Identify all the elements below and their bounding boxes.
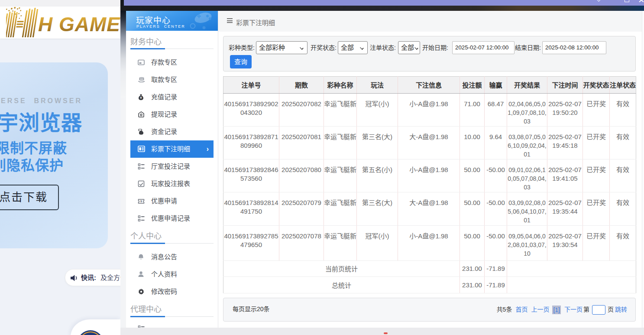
svg-text:H GAME: H GAME (38, 13, 120, 36)
svg-text:¥: ¥ (140, 199, 142, 203)
svg-text:¥: ¥ (140, 96, 142, 99)
